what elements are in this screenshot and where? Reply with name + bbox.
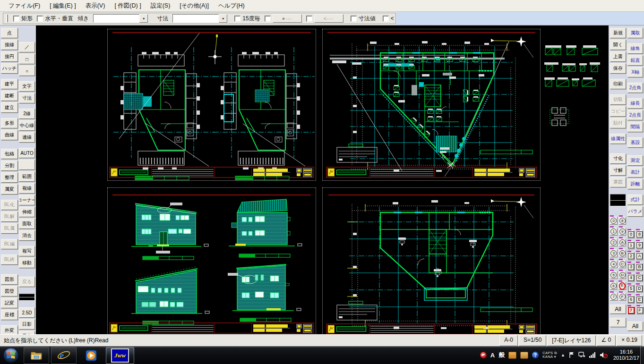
- tool-button[interactable]: 包絡: [1, 149, 18, 159]
- tool-button[interactable]: 鉛直: [627, 55, 643, 66]
- layer-group-button-0[interactable]: 0: [610, 217, 618, 225]
- ime-tools-icon[interactable]: [508, 352, 516, 359]
- volume-muted-icon[interactable]: [600, 352, 608, 358]
- menu-item-3[interactable]: [ 作図(D) ]: [110, 0, 146, 11]
- tool-button[interactable]: □: [19, 54, 35, 64]
- tool-button[interactable]: ／: [19, 42, 35, 52]
- slope-field[interactable]: [93, 14, 139, 23]
- tool-button[interactable]: 建立: [1, 102, 18, 113]
- layer-button-2[interactable]: 2: [627, 252, 635, 260]
- tool-button[interactable]: 2点角: [627, 83, 643, 93]
- layer-button-5[interactable]: 5: [627, 285, 635, 293]
- tool-button[interactable]: 2.5D: [19, 307, 35, 318]
- tool-button[interactable]: 面取: [19, 219, 35, 229]
- tool-button[interactable]: 図登: [1, 286, 18, 296]
- slope-combobox[interactable]: ▼: [93, 14, 148, 23]
- menu-item-2[interactable]: 表示(V): [81, 0, 110, 11]
- tool-button[interactable]: 複写: [19, 246, 35, 256]
- layer-button-A[interactable]: A: [636, 252, 643, 260]
- taskbar-explorer-button[interactable]: [24, 347, 49, 364]
- tool-button[interactable]: 線属性: [610, 134, 626, 144]
- menu-item-6[interactable]: ヘルプ(H): [214, 0, 249, 11]
- tool-button[interactable]: 分割: [1, 161, 18, 171]
- tool-button[interactable]: 中心線: [19, 120, 35, 131]
- tool-button[interactable]: 日影: [19, 319, 35, 330]
- tool-button[interactable]: 寸解: [610, 165, 626, 176]
- scale-button[interactable]: S=1/50: [519, 335, 546, 346]
- tool-button[interactable]: パラメ: [627, 206, 643, 217]
- layer-button-F[interactable]: F: [636, 306, 644, 314]
- layer-button-D[interactable]: D: [636, 285, 643, 293]
- layer-button-0[interactable]: 0: [627, 230, 635, 238]
- tool-button[interactable]: 属変: [1, 184, 18, 195]
- taskbar-wmp-button[interactable]: [78, 347, 104, 364]
- layer-button-B[interactable]: B: [636, 263, 643, 271]
- tool-button[interactable]: コーナー: [19, 195, 35, 205]
- tool-button[interactable]: ハッチ: [1, 63, 18, 74]
- tool-button[interactable]: 寸法: [19, 93, 35, 103]
- paper-size-button[interactable]: A-0: [499, 335, 518, 346]
- layer-button-9[interactable]: 9: [636, 241, 643, 249]
- tool-button[interactable]: 座標: [1, 310, 18, 320]
- layer-button-8[interactable]: 8: [636, 230, 643, 238]
- tool-button[interactable]: 建断: [1, 91, 18, 101]
- tool-button[interactable]: 表計: [627, 167, 643, 178]
- action-center-flag-icon[interactable]: [569, 352, 575, 358]
- layer-group-button-2[interactable]: 2: [610, 238, 618, 246]
- layer-group-button-C[interactable]: C: [619, 260, 627, 268]
- layer-button-4[interactable]: 4: [627, 274, 635, 282]
- tool-button[interactable]: 移動: [19, 258, 35, 268]
- tool-button[interactable]: 線長: [627, 98, 643, 109]
- tool-button[interactable]: 2線: [19, 109, 35, 119]
- tool-button[interactable]: 上書: [610, 51, 626, 62]
- taskbar-clock[interactable]: 16:16 2010/12/17: [613, 349, 639, 361]
- drawing-canvas[interactable]: [36, 25, 609, 334]
- layer-group-button-3[interactable]: 3: [610, 249, 618, 257]
- layer-group-button-1[interactable]: 1: [610, 228, 618, 236]
- caps-kana-indicator[interactable]: CAPS ⧉ KANA ▾: [542, 351, 557, 359]
- menu-item-1[interactable]: [ 編集(E) ]: [45, 0, 81, 11]
- tool-button[interactable]: 建平: [1, 79, 18, 89]
- network-icon[interactable]: [578, 352, 585, 358]
- start-button[interactable]: [2, 347, 19, 364]
- angle-button[interactable]: ∠ 0: [597, 335, 616, 346]
- horizontal-vertical-checkbox[interactable]: [37, 16, 43, 22]
- zoom-level-button[interactable]: × 0.19: [617, 335, 642, 346]
- tool-button[interactable]: 図形: [1, 274, 18, 285]
- tool-button[interactable]: 曲線: [1, 130, 18, 140]
- tool-button[interactable]: 基設: [627, 137, 643, 148]
- tool-button[interactable]: 2点長: [627, 110, 643, 120]
- layer-all-button[interactable]: All: [627, 322, 643, 331]
- arrow-snap-checkbox[interactable]: [306, 16, 312, 22]
- tool-button[interactable]: 寸化: [610, 153, 626, 164]
- tool-button[interactable]: 伸縮: [19, 207, 35, 217]
- toolbar-gripper-icon[interactable]: [6, 15, 8, 22]
- tool-button[interactable]: 多形: [1, 118, 18, 128]
- tool-button[interactable]: 点: [1, 28, 18, 38]
- group-current-button[interactable]: 7: [610, 318, 626, 327]
- dimension-field[interactable]: [172, 14, 219, 23]
- layer-group-button-B[interactable]: B: [619, 249, 627, 257]
- layer-button-1[interactable]: 1: [627, 241, 635, 249]
- layer-group-button-4[interactable]: 4: [610, 260, 618, 268]
- tool-button[interactable]: 式計: [627, 195, 643, 205]
- taskbar-jww-button[interactable]: Jww: [106, 347, 134, 364]
- layer-status-button[interactable]: [7-E]レイヤ126: [547, 335, 595, 346]
- ime-help-icon[interactable]: ?: [532, 352, 539, 358]
- blank-button[interactable]: [19, 160, 35, 170]
- layer-group-button-7[interactable]: 7: [610, 293, 618, 301]
- menu-item-5[interactable]: [その他(A)]: [175, 0, 214, 11]
- dot-snap-checkbox[interactable]: [265, 16, 271, 22]
- layer-button-6[interactable]: 6: [627, 296, 635, 304]
- tool-button[interactable]: 保存: [610, 63, 626, 74]
- line-attribute-swatch[interactable]: [19, 294, 35, 301]
- tool-button[interactable]: 複線: [19, 183, 35, 194]
- tool-button[interactable]: 開く: [610, 40, 626, 50]
- lt-checkbox[interactable]: [383, 16, 389, 22]
- rect-checkbox[interactable]: [13, 16, 19, 22]
- tool-button[interactable]: 記変: [1, 298, 18, 308]
- layer-button-7[interactable]: 7: [627, 306, 635, 314]
- tool-button[interactable]: 整理: [1, 172, 18, 183]
- show-desktop-button[interactable]: [640, 346, 644, 364]
- tool-button[interactable]: 線角: [627, 43, 643, 54]
